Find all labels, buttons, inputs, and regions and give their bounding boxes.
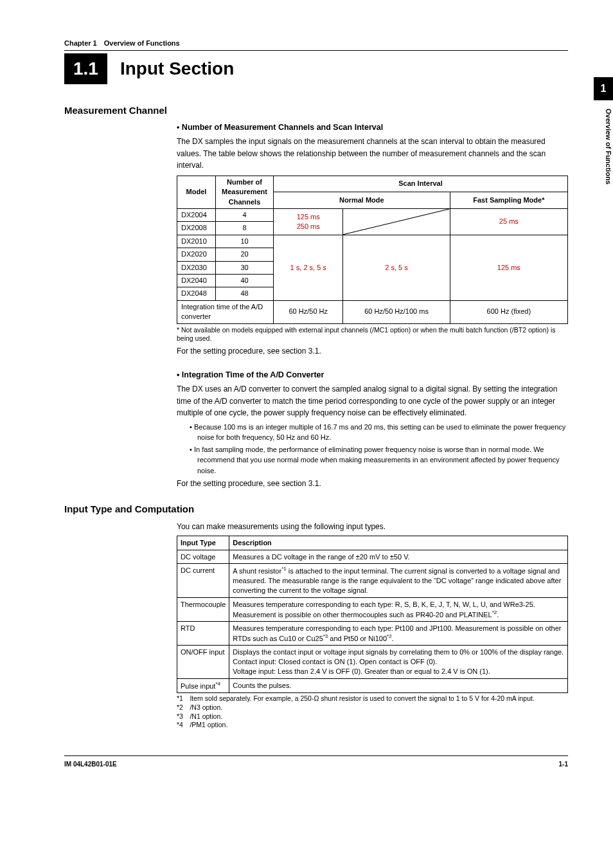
th-scan-interval: Scan Interval xyxy=(274,176,568,192)
section-title: Input Section xyxy=(120,56,234,81)
desc-cell: Displays the contact input or voltage in… xyxy=(229,646,568,679)
desc-cell: Counts the pulses. xyxy=(229,678,568,693)
paragraph: The DX samples the input signals on the … xyxy=(177,136,568,172)
desc-cell: Measures temperature corresponding to ea… xyxy=(229,622,568,646)
desc-cell: Measures temperature corresponding to ea… xyxy=(229,597,568,621)
cell-fast-2: 125 ms xyxy=(450,235,567,300)
th-fast-mode: Fast Sampling Mode* xyxy=(450,192,567,209)
table-row: Pulse input*4Counts the pulses. xyxy=(177,678,568,693)
input-type-footnotes: *1 Item sold separately. For example, a … xyxy=(177,694,568,730)
cross-reference: For the setting procedure, see section 3… xyxy=(177,346,568,357)
section-number: 1.1 xyxy=(64,53,107,84)
svg-line-0 xyxy=(343,209,449,235)
table-row: DC currentA shunt resistor*1 is attached… xyxy=(177,564,568,597)
footnote-line: *4 /PM1 option. xyxy=(177,721,568,730)
h3-integration-time: Integration Time of the A/D Converter xyxy=(177,370,568,381)
table-row: DX2004 4 125 ms 250 ms 25 ms xyxy=(177,209,568,222)
th-input-type: Input Type xyxy=(177,536,229,550)
input-type-table: Input Type Description DC voltageMeasure… xyxy=(177,536,568,694)
chapter-header-line: Chapter 1 Overview of Functions xyxy=(64,39,568,51)
cross-reference: For the setting procedure, see section 3… xyxy=(177,478,568,489)
th-normal-mode: Normal Mode xyxy=(274,192,450,209)
paragraph: You can make measurements using the foll… xyxy=(177,521,568,533)
paragraph: The DX uses an A/D converter to convert … xyxy=(177,383,568,419)
type-cell: Pulse input*4 xyxy=(177,678,229,693)
page-footer: IM 04L42B01-01E 1-1 xyxy=(64,755,568,769)
desc-cell: Measures a DC voltage in the range of ±2… xyxy=(229,550,568,564)
cell-diagonal xyxy=(343,209,450,235)
page-content: Chapter 1 Overview of Functions 1.1 Inpu… xyxy=(0,0,613,782)
cell-normal-2-left: 1 s, 2 s, 5 s xyxy=(274,235,343,300)
footer-page-number: 1-1 xyxy=(559,760,568,769)
footnote-line: *2 /N3 option. xyxy=(177,703,568,712)
table-row: DX2010 10 1 s, 2 s, 5 s 2 s, 5 s 125 ms xyxy=(177,235,568,248)
bullet-item: Because 100 ms is an integer multiple of… xyxy=(190,422,568,443)
th-model: Model xyxy=(177,176,216,208)
bullet-item: In fast sampling mode, the performance o… xyxy=(190,444,568,476)
footnote-line: *1 Item sold separately. For example, a … xyxy=(177,694,568,703)
section-heading: 1.1 Input Section xyxy=(64,53,568,84)
bullet-list: Because 100 ms is an integer multiple of… xyxy=(190,422,568,476)
scan-interval-table: Model Number of Measurement Channels Sca… xyxy=(177,176,568,324)
table-footnote: Not available on models equipped with ex… xyxy=(177,326,568,343)
table-row: ON/OFF inputDisplays the contact input o… xyxy=(177,646,568,679)
diagonal-line-icon xyxy=(343,209,449,235)
table-row: ThermocoupleMeasures temperature corresp… xyxy=(177,597,568,621)
footer-doc-id: IM 04L42B01-01E xyxy=(64,760,117,769)
subsection-input-type: Input Type and Computation xyxy=(64,502,568,516)
cell-normal-2-right: 2 s, 5 s xyxy=(343,235,450,300)
table-row: DC voltageMeasures a DC voltage in the r… xyxy=(177,550,568,564)
subsection-measurement-channel: Measurement Channel xyxy=(64,104,568,117)
footnote-line: *3 /N1 option. xyxy=(177,712,568,721)
table-row-ad: Integration time of the A/D converter 60… xyxy=(177,300,568,323)
desc-cell: A shunt resistor*1 is attached to the in… xyxy=(229,564,568,597)
th-description: Description xyxy=(229,536,568,550)
table-row: RTDMeasures temperature corresponding to… xyxy=(177,622,568,646)
cell-normal-1: 125 ms 250 ms xyxy=(274,209,343,235)
th-channels: Number of Measurement Channels xyxy=(216,176,274,208)
h3-num-channels-scan-interval: Number of Measurement Channels and Scan … xyxy=(177,122,568,134)
cell-fast-1: 25 ms xyxy=(450,209,567,235)
